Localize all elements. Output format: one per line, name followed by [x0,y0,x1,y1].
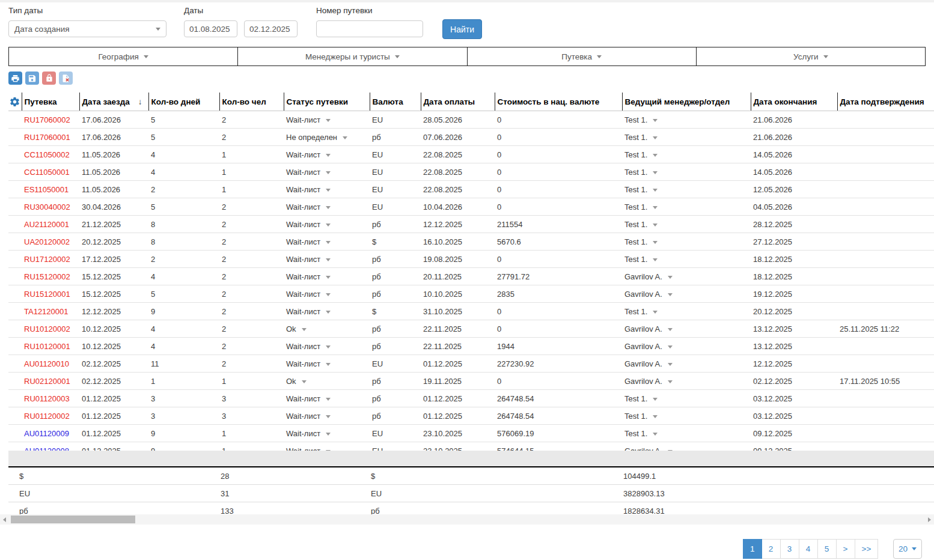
col-header-days[interactable]: Кол-во дней [148,93,219,111]
voucher-link[interactable]: RU10120001 [24,342,70,351]
status-dropdown[interactable]: Wait-лист [284,233,370,251]
page-size-select[interactable]: 20 [893,539,922,559]
manager-dropdown[interactable]: Gavrilov A. [622,285,751,303]
status-dropdown[interactable]: Ok [284,373,370,390]
voucher-cell: RU17060001 [22,129,79,146]
voucher-link[interactable]: RU17060001 [24,133,70,142]
voucher-link[interactable]: CC11050001 [24,168,70,177]
page-button-3[interactable]: 3 [781,539,799,559]
manager-dropdown[interactable]: Test 1. [622,146,751,163]
voucher-link[interactable]: CC11050002 [24,150,70,159]
status-dropdown[interactable]: Wait-лист [284,181,370,198]
manager-dropdown[interactable]: Gavrilov A. [622,338,751,355]
date-type-select[interactable]: Дата создания [8,20,166,37]
page-button-1[interactable]: 1 [743,539,762,559]
voucher-link[interactable]: AU01120010 [24,359,69,368]
scroll-right-arrow-icon[interactable] [928,517,931,522]
manager-dropdown[interactable]: Gavrilov A. [622,268,751,285]
page-button-2[interactable]: 2 [762,539,781,559]
voucher-link[interactable]: AU01120009 [24,429,69,438]
status-dropdown[interactable]: Wait-лист [284,407,370,425]
tab-geography[interactable]: География [9,47,237,65]
voucher-link[interactable]: AU21120001 [24,220,69,229]
scroll-left-arrow-icon[interactable] [3,517,6,522]
status-dropdown[interactable]: Wait-лист [284,111,370,129]
manager-dropdown[interactable]: Test 1. [622,303,751,320]
status-dropdown[interactable]: Wait-лист [284,303,370,320]
date-to-input[interactable] [244,20,298,37]
voucher-link[interactable]: RU15120001 [24,290,70,299]
voucher-link[interactable]: RU30040002 [24,202,70,212]
status-dropdown[interactable]: Wait-лист [284,338,370,355]
manager-dropdown[interactable]: Gavrilov A. [622,355,751,373]
manager-dropdown[interactable]: Test 1. [622,216,751,233]
tab-voucher[interactable]: Путевка [467,47,696,65]
voucher-link[interactable]: RU17120002 [24,255,70,264]
voucher-link[interactable]: TA12120001 [24,307,69,316]
col-header-end-date[interactable]: Дата окончания [751,93,837,111]
status-dropdown[interactable]: Wait-лист [284,198,370,216]
col-header-currency[interactable]: Валюта [370,93,421,111]
col-header-manager[interactable]: Ведущий менеджер/отдел [622,93,751,111]
col-header-cost[interactable]: Стоимость в нац. валюте [495,93,622,111]
manager-dropdown[interactable]: Test 1. [622,251,751,268]
col-header-payment-date[interactable]: Дата оплаты [421,93,495,111]
manager-dropdown[interactable]: Gavrilov A. [622,373,751,390]
col-header-people[interactable]: Кол-во чел [219,93,284,111]
horizontal-scrollbar[interactable] [0,514,934,525]
voucher-link[interactable]: RU10120002 [24,324,70,333]
manager-dropdown[interactable]: Test 1. [622,233,751,251]
page-button-4[interactable]: 4 [799,539,818,559]
voucher-link[interactable]: RU15120002 [24,272,70,281]
currency-cell: EU [370,111,421,129]
manager-dropdown[interactable]: Test 1. [622,407,751,425]
status-dropdown[interactable]: Wait-лист [284,268,370,285]
status-dropdown[interactable]: Wait-лист [284,251,370,268]
manager-dropdown[interactable]: Gavrilov A. [622,320,751,338]
manager-dropdown[interactable]: Test 1. [622,111,751,129]
status-dropdown[interactable]: Wait-лист [284,285,370,303]
scrollbar-thumb[interactable] [11,516,135,523]
voucher-link[interactable]: RU17060002 [24,115,70,124]
status-dropdown[interactable]: Wait-лист [284,425,370,442]
status-dropdown[interactable]: Wait-лист [284,355,370,373]
voucher-link[interactable]: RU01120002 [24,412,70,421]
manager-dropdown[interactable]: Test 1. [622,390,751,407]
column-settings-header[interactable] [8,93,22,111]
col-header-confirm-date[interactable]: Дата подтверждения [837,93,934,111]
lock-button[interactable] [42,72,56,85]
save-export-button[interactable] [25,72,39,85]
manager-dropdown[interactable]: Test 1. [622,181,751,198]
status-dropdown[interactable]: Ok [284,320,370,338]
page-last-button[interactable]: >> [855,539,879,559]
status-dropdown[interactable]: Wait-лист [284,216,370,233]
print-button[interactable] [8,72,22,85]
voucher-link[interactable]: UA20120002 [24,237,70,246]
search-button[interactable]: Найти [442,19,482,39]
date-from-input[interactable] [184,20,237,37]
col-header-arrival[interactable]: Дата заезда↓ [79,93,148,111]
status-dropdown[interactable]: Wait-лист [284,390,370,407]
col-header-status[interactable]: Статус путевки [284,93,370,111]
col-header-voucher[interactable]: Путевка [22,93,79,111]
page-button-5[interactable]: 5 [818,539,837,559]
voucher-number-input[interactable] [316,20,423,37]
manager-dropdown[interactable]: Test 1. [622,163,751,181]
voucher-link[interactable]: RU02120001 [24,377,70,386]
gear-icon[interactable] [8,96,22,108]
manager-dropdown[interactable]: Test 1. [622,198,751,216]
status-dropdown[interactable]: Wait-лист [284,163,370,181]
page-next-button[interactable]: > [837,539,855,559]
cancel-document-button[interactable] [59,72,73,85]
status-dropdown[interactable]: Wait-лист [284,146,370,163]
currency-cell: $ [370,303,421,320]
tab-label: Путевка [561,52,592,61]
voucher-link[interactable]: RU01120003 [24,394,70,403]
manager-dropdown[interactable]: Test 1. [622,129,751,146]
manager-dropdown[interactable]: Test 1. [622,425,751,442]
tab-services[interactable]: Услуги [696,47,925,65]
status-dropdown[interactable]: Не определен [284,129,370,146]
arrival-date-cell: 17.12.2025 [79,251,148,268]
tab-managers-tourists[interactable]: Менеджеры и туристы [237,47,466,65]
voucher-link[interactable]: ES11050001 [24,185,69,194]
